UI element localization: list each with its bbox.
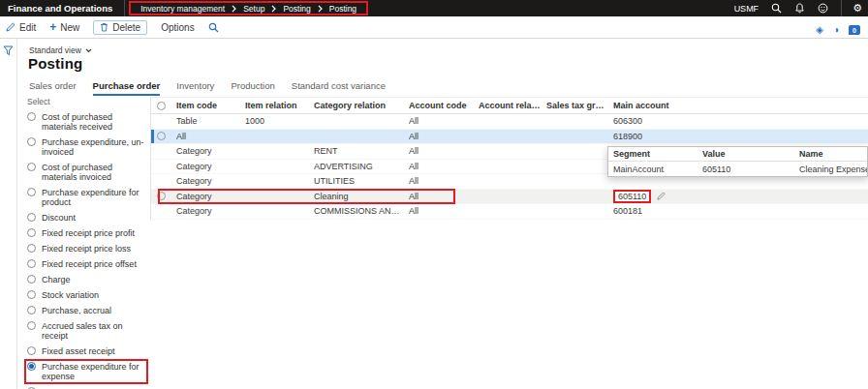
tab-sales-order[interactable]: Sales order xyxy=(29,80,77,96)
radio-purchase-expenditure-for-expense[interactable]: Purchase expenditure for expense xyxy=(24,359,148,384)
tab-purchase-order[interactable]: Purchase order xyxy=(93,80,161,96)
lookup-row[interactable]: MainAccount 605110 Cleaning Expense xyxy=(608,162,867,176)
cell-item-code[interactable]: Category xyxy=(176,192,245,201)
tab-inventory[interactable]: Inventory xyxy=(176,80,214,96)
delete-label: Delete xyxy=(112,22,140,33)
cell-account-code[interactable]: All xyxy=(409,176,479,186)
col-account-code[interactable]: Account code xyxy=(409,101,479,110)
table-row-editing[interactable]: Category Cleaning All 605110 xyxy=(151,190,868,205)
cell-account-code[interactable]: All xyxy=(409,206,479,216)
cell-category-relation[interactable]: RENT xyxy=(314,146,409,156)
tab-standard-cost-variance[interactable]: Standard cost variance xyxy=(292,80,386,96)
chevron-right-icon xyxy=(232,5,236,13)
radio-icon xyxy=(27,188,36,196)
table-row-selected[interactable]: All All 618900 xyxy=(151,130,868,145)
col-category-relation[interactable]: Category relation xyxy=(314,101,409,110)
search-icon[interactable] xyxy=(771,3,782,14)
radio-fixed-receipt-price-offset[interactable]: Fixed receipt price offset xyxy=(27,259,147,269)
app-title[interactable]: Finance and Operations xyxy=(0,3,124,14)
edit-button[interactable]: Edit xyxy=(6,22,36,33)
radio-purchase-accrual[interactable]: Purchase, accrual xyxy=(27,306,147,315)
cell-item-code[interactable]: All xyxy=(176,132,245,141)
radio-fixed-asset-receipt[interactable]: Fixed asset receipt xyxy=(27,346,147,356)
cell-category-relation[interactable]: ADVERTISING xyxy=(314,162,409,171)
radio-icon xyxy=(27,259,36,268)
breadcrumb-posting[interactable]: Posting xyxy=(283,4,310,14)
cell-main-account[interactable]: 618900 xyxy=(613,132,868,141)
radio-discount[interactable]: Discount xyxy=(27,213,147,223)
radio-accrued-sales-tax-on-receipt[interactable]: Accrued sales tax on receipt xyxy=(27,321,147,341)
cell-account-code[interactable]: All xyxy=(409,146,479,156)
radio-fixed-receipt-price-profit[interactable]: Fixed receipt price profit xyxy=(27,228,147,238)
cell-account-code[interactable]: All xyxy=(409,162,479,171)
pencil-icon[interactable] xyxy=(657,192,666,200)
cell-item-code[interactable]: Category xyxy=(176,146,245,156)
radio-icon xyxy=(27,137,36,146)
main-account-edit-field[interactable]: 605110 xyxy=(613,190,651,203)
smiley-icon[interactable] xyxy=(818,3,828,14)
radio-cost-purchased-materials-received[interactable]: Cost of purchased materials received xyxy=(27,112,147,132)
gear-icon[interactable]: ⚙ xyxy=(852,3,862,14)
radio-purchase-expenditure-uninvoiced[interactable]: Purchase expenditure, un-invoiced xyxy=(27,137,147,157)
radio-label: Purchase expenditure, un-invoiced xyxy=(42,137,147,157)
form-tabs: Sales order Purchase order Inventory Pro… xyxy=(29,80,386,96)
radio-icon xyxy=(27,275,36,284)
radio-purchase-expenditure-for-product[interactable]: Purchase expenditure for product xyxy=(27,188,147,207)
chevron-right-icon xyxy=(318,5,323,13)
row-radio-icon[interactable] xyxy=(157,192,166,200)
cell-item-relation[interactable]: 1000 xyxy=(245,116,314,126)
radio-label: Discount xyxy=(42,213,76,223)
col-main-account[interactable]: Main account xyxy=(613,101,868,110)
radio-cost-purchased-materials-invoiced[interactable]: Cost of purchased materials invoiced xyxy=(27,163,147,182)
message-count-badge[interactable]: 0 xyxy=(849,25,860,35)
radio-icon xyxy=(27,346,36,355)
radio-selected-icon xyxy=(27,362,36,371)
cell-item-code[interactable]: Category xyxy=(176,176,245,186)
breadcrumb-setup[interactable]: Setup xyxy=(243,4,264,14)
lookup-segment-value[interactable]: MainAccount xyxy=(613,165,702,174)
col-account-relation[interactable]: Account relation xyxy=(479,101,546,110)
row-radio-icon[interactable] xyxy=(157,132,166,140)
delete-button[interactable]: Delete xyxy=(93,20,147,35)
cell-account-code[interactable]: All xyxy=(409,132,479,141)
cell-account-code[interactable]: All xyxy=(409,192,479,201)
filter-icon[interactable] xyxy=(3,45,14,56)
cell-item-code[interactable]: Category xyxy=(176,206,245,216)
col-item-code[interactable]: Item code xyxy=(176,101,245,110)
toolbar-search-icon[interactable] xyxy=(208,22,219,33)
company-selector[interactable]: USMF xyxy=(734,4,760,14)
view-selector[interactable]: Standard view xyxy=(29,45,92,55)
cell-category-relation[interactable]: COMMISSIONS AND REB... xyxy=(314,206,409,216)
radio-label: Purchase, accrual xyxy=(42,306,111,315)
cell-item-code[interactable]: Table xyxy=(176,116,245,126)
page-title: Posting xyxy=(28,55,82,72)
col-item-relation[interactable]: Item relation xyxy=(245,101,314,110)
cell-item-code[interactable]: Category xyxy=(176,162,245,171)
cell-account-code[interactable]: All xyxy=(409,116,479,126)
new-button[interactable]: + New xyxy=(49,22,79,33)
half-circle-icon[interactable]: ◑ xyxy=(833,25,839,35)
cell-category-relation[interactable]: UTILITIES xyxy=(314,176,409,186)
cell-main-account[interactable]: 606300 xyxy=(613,116,868,126)
cell-category-relation[interactable]: Cleaning xyxy=(314,192,409,201)
table-row[interactable]: Category COMMISSIONS AND REB... All 6001… xyxy=(151,204,868,220)
breadcrumb-page[interactable]: Posting xyxy=(329,4,356,14)
options-button[interactable]: Options xyxy=(161,22,194,33)
diamond-icon[interactable]: ◈ xyxy=(816,25,823,35)
table-row[interactable]: Table 1000 All 606300 xyxy=(151,114,868,130)
col-sales-tax-group[interactable]: Sales tax group xyxy=(546,101,613,110)
bell-icon[interactable] xyxy=(794,3,805,14)
lookup-header-row: Segment Value Name xyxy=(608,147,867,162)
radio-label: Stock variation xyxy=(42,290,99,300)
lookup-value-value[interactable]: 605110 xyxy=(702,165,799,174)
lookup-name-value[interactable]: Cleaning Expense xyxy=(799,165,867,174)
select-all-radio-icon[interactable] xyxy=(157,102,166,110)
cell-main-account[interactable]: 600181 xyxy=(613,206,868,216)
radio-label: Purchase expenditure for expense xyxy=(42,362,146,381)
radio-stock-variation[interactable]: Stock variation xyxy=(27,290,147,300)
radio-fixed-receipt-price-loss[interactable]: Fixed receipt price loss xyxy=(27,244,147,254)
radio-charge[interactable]: Charge xyxy=(27,275,147,284)
radio-label: Charge xyxy=(42,275,71,284)
breadcrumb-module[interactable]: Inventory management xyxy=(140,4,225,14)
tab-production[interactable]: Production xyxy=(231,80,274,96)
